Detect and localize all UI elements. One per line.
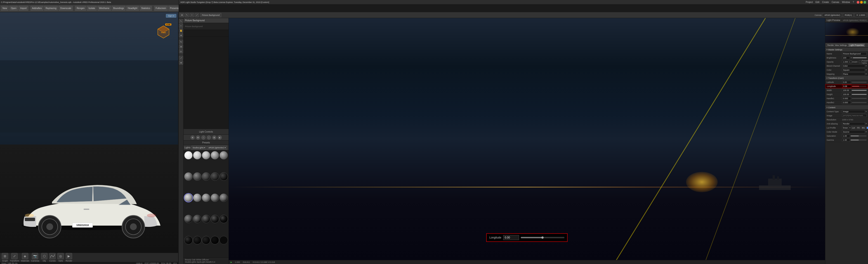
image-path-value[interactable]: [INT|P|DK] Hartz/sb-harbour/hdri/HQ_fob.… bbox=[842, 114, 867, 117]
graph-icon[interactable]: ⊞ bbox=[2, 253, 8, 259]
color-mode-dropdown[interactable]: sRGB (igMonitor) bbox=[823, 13, 842, 17]
addraftes-btn[interactable]: Addraftes bbox=[31, 6, 43, 11]
light-sphere-4[interactable] bbox=[211, 151, 219, 159]
cameras-icon[interactable]: 📷 bbox=[32, 253, 38, 259]
tool-transform[interactable]: ⤢ Transform bbox=[10, 253, 19, 262]
menu-canvas[interactable]: Canvas bbox=[832, 1, 839, 3]
win-controls[interactable] bbox=[857, 1, 866, 4]
opacity-value[interactable]: 1.000 bbox=[842, 60, 849, 63]
raytracing-btn[interactable]: Raytracing bbox=[44, 6, 58, 11]
gamma-slider[interactable] bbox=[850, 139, 867, 140]
gamma-value[interactable]: 1.00 bbox=[842, 138, 850, 142]
light-sphere-5[interactable] bbox=[219, 151, 228, 159]
light-sphere-13[interactable] bbox=[202, 194, 210, 202]
hdr-menu[interactable]: Project Edit Create Canvas Window ? bbox=[806, 1, 854, 3]
rgb-dropdown[interactable]: RGB(A) bbox=[843, 13, 854, 17]
rengen-btn[interactable]: Rengen bbox=[75, 6, 86, 11]
studio-lights-dropdown[interactable]: StudioLights▾ bbox=[191, 146, 207, 150]
light-sphere-12[interactable] bbox=[193, 194, 202, 202]
light-sphere-23[interactable] bbox=[202, 236, 210, 244]
tool-cameras[interactable]: 📷 Cameras bbox=[31, 253, 39, 262]
handle2-value[interactable]: 0.000 bbox=[842, 101, 851, 104]
content-header[interactable]: ▾ Content bbox=[825, 105, 868, 109]
tool-varts[interactable]: ◎ Varts bbox=[57, 253, 64, 262]
latitude-slider[interactable] bbox=[852, 82, 867, 82]
rotate-tool[interactable]: ↻ bbox=[179, 40, 183, 44]
transform-header[interactable]: ▾ Transform (Cam) bbox=[825, 76, 868, 80]
pan-tool[interactable]: ✋ bbox=[179, 29, 183, 33]
latitude-value[interactable]: 0.00 bbox=[842, 80, 851, 84]
longitude-value-display[interactable]: 0.00 bbox=[503, 235, 519, 240]
light-sphere-21[interactable] bbox=[184, 236, 193, 244]
win-min-btn[interactable] bbox=[860, 1, 863, 4]
light-props-tab[interactable]: Light Properties bbox=[848, 43, 865, 47]
light-sphere-24[interactable] bbox=[211, 236, 219, 244]
boundings-btn[interactable]: Boundings bbox=[112, 6, 125, 11]
lut-opt3[interactable]: BG bbox=[861, 126, 866, 129]
render-icon[interactable]: ▶ bbox=[66, 253, 72, 259]
saturation-slider[interactable] bbox=[850, 135, 867, 136]
height-slider[interactable] bbox=[852, 94, 867, 95]
tool3[interactable]: + bbox=[190, 13, 194, 17]
menu-create[interactable]: Create bbox=[822, 1, 829, 3]
wireframe-btn[interactable]: Wireframe bbox=[97, 6, 111, 11]
width-slider[interactable] bbox=[852, 90, 867, 91]
presentation-btn[interactable]: Presentation bbox=[168, 6, 179, 11]
longitude-prop-value[interactable]: 0.08 bbox=[842, 85, 851, 88]
headlight-btn[interactable]: Headlight bbox=[126, 6, 139, 11]
brightness-slider[interactable] bbox=[853, 57, 867, 58]
height-value[interactable]: 100.00 bbox=[842, 93, 851, 96]
blend-dropdown[interactable]: Color bbox=[842, 64, 865, 68]
light-sphere-9[interactable] bbox=[211, 172, 219, 181]
invert-checkbox[interactable] bbox=[850, 61, 852, 63]
win-max-btn[interactable] bbox=[864, 1, 866, 4]
light-canvas-preview[interactable]: Picture Background bbox=[184, 23, 228, 129]
light-sphere-17[interactable] bbox=[193, 215, 202, 223]
light-sphere-19[interactable] bbox=[211, 215, 219, 223]
lc-btn4[interactable]: ↓ bbox=[207, 135, 211, 139]
color-dropdown[interactable]: Square bbox=[842, 68, 865, 72]
hdr-tool-icons[interactable]: ⊞ ↖ + ⤢ bbox=[180, 13, 199, 17]
tool-render[interactable]: ▶ Render bbox=[66, 253, 72, 262]
select-tool[interactable]: ↖ bbox=[179, 19, 183, 23]
menu-project[interactable]: Project bbox=[806, 1, 813, 3]
preserve-alpha-checkbox[interactable] bbox=[859, 61, 861, 63]
light-sphere-2[interactable] bbox=[193, 151, 202, 159]
materials-icon[interactable]: ◈ bbox=[22, 253, 28, 259]
obj-icon[interactable]: ⬡ bbox=[41, 253, 48, 259]
lut-opt2[interactable]: Fit bbox=[857, 126, 861, 129]
link-tool[interactable]: ⊗ bbox=[179, 61, 183, 65]
win-close-btn[interactable] bbox=[857, 1, 860, 4]
light-sphere-10[interactable] bbox=[219, 172, 228, 181]
master-settings-header[interactable]: ▾ Master Settings bbox=[825, 48, 868, 52]
tool4[interactable]: ⤢ bbox=[195, 13, 199, 17]
color-mode-sm-dropdown[interactable]: sRGB (igMonitor)▾ bbox=[207, 146, 227, 150]
hdr-canvas[interactable]: Longitude 0.00 bbox=[229, 18, 825, 260]
fullscreen-btn[interactable]: Fullscreen bbox=[154, 6, 168, 11]
open-btn[interactable]: Open bbox=[9, 6, 18, 11]
car-viewport[interactable]: VRED2018 Front HOME Sign In bbox=[0, 12, 178, 253]
longitude-overlay[interactable]: Longitude 0.00 bbox=[486, 233, 567, 242]
panel-tabs[interactable]: Render View Settings Light Properties bbox=[825, 43, 868, 47]
tool-materials[interactable]: ◈ Materials bbox=[21, 253, 29, 262]
light-sphere-1[interactable] bbox=[184, 151, 193, 159]
fit-tool[interactable]: ⤢ bbox=[179, 56, 183, 60]
contenttype-dropdown[interactable]: Image bbox=[842, 110, 865, 113]
tool-obj[interactable]: ⬡ Obj bbox=[41, 253, 48, 262]
lc-btn3[interactable]: ↑ bbox=[202, 135, 206, 139]
orientation-cube[interactable]: Front HOME bbox=[156, 24, 171, 39]
render-view-tab[interactable]: Render View Settings bbox=[826, 43, 848, 47]
lut-dropdown[interactable]: linear bbox=[842, 126, 849, 129]
lc-btn6[interactable]: ◈ bbox=[218, 135, 222, 139]
tool-curves[interactable]: Curves bbox=[49, 253, 56, 262]
statistics-btn[interactable]: Statistics bbox=[140, 6, 152, 11]
longitude-slider-thumb[interactable] bbox=[541, 236, 544, 239]
bottom-tools-bar[interactable]: ⊞ Graph ⤢ Transform ◈ Materials 📷 Camera… bbox=[0, 253, 178, 262]
isolate-btn[interactable]: Isolate bbox=[87, 6, 96, 11]
menu-window[interactable]: Window bbox=[842, 1, 850, 3]
light-sphere-18[interactable] bbox=[202, 215, 210, 223]
light-sphere-20[interactable] bbox=[219, 215, 228, 223]
curves-icon[interactable] bbox=[49, 253, 56, 259]
transform-icon[interactable]: ⤢ bbox=[11, 253, 18, 259]
light-sphere-25[interactable] bbox=[219, 236, 228, 244]
